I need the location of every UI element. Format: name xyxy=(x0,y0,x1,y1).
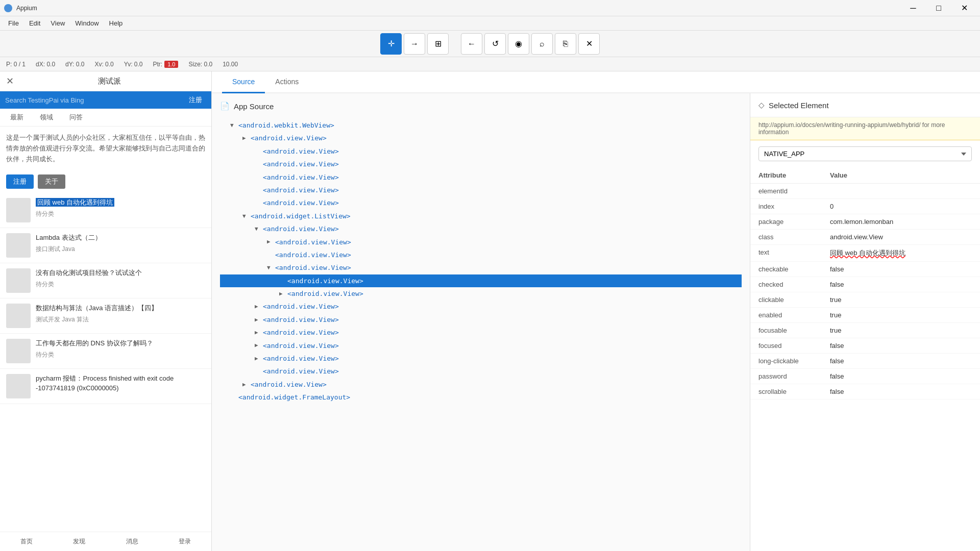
menu-window[interactable]: Window xyxy=(71,17,103,29)
attr-row-checkable: checkable false xyxy=(750,262,980,277)
article-item[interactable]: 回顾 web 自动化遇到得坑 待分类 xyxy=(0,193,211,228)
attr-value: false xyxy=(822,384,980,399)
tree-toggle: ▶ xyxy=(255,328,263,338)
attr-value xyxy=(822,184,980,199)
status-ptr: Ptr: 1.0 xyxy=(153,61,179,68)
tree-tag: <android.view.View> xyxy=(263,184,339,196)
tree-tag: <android.widget.ListView> xyxy=(251,210,351,222)
tree-toggle: ▶ xyxy=(255,354,263,364)
status-position: P: 0 / 1 xyxy=(6,61,26,68)
attr-name: clickable xyxy=(750,292,822,308)
selected-element-panel: ◇ Selected Element http://appium.io/docs… xyxy=(750,93,980,551)
panel-close-button[interactable]: ✕ xyxy=(6,76,14,87)
tree-tag: <android.view.View> xyxy=(275,249,351,261)
nav-tabs: 最新 领域 问答 xyxy=(0,109,211,127)
tree-node-view8[interactable]: ▶ <android.view.View> xyxy=(220,236,742,248)
article-item[interactable]: 工作每天都在用的 DNS 协议你了解吗？ 待分类 xyxy=(0,334,211,369)
register-button-search[interactable]: 注册 xyxy=(185,94,206,106)
tree-toggle: ▶ xyxy=(255,315,263,325)
tree-toggle xyxy=(255,146,263,157)
tree-tag: <android.view.View> xyxy=(263,158,339,170)
menu-edit[interactable]: Edit xyxy=(25,17,44,29)
close-window-button[interactable]: ✕ xyxy=(952,0,976,16)
status-bar: P: 0 / 1 dX: 0.0 dY: 0.0 Xv: 0.0 Yv: 0.0… xyxy=(0,57,980,71)
tree-tag: <android.view.View> xyxy=(263,340,339,352)
tree-node-webview[interactable]: ▼ <android.webkit.WebView> xyxy=(220,119,742,132)
welcome-text: 这是一个属于测试人员的小众社区，大家相互信任，以平等自由，热情奔放的价值观进行分… xyxy=(0,127,211,170)
refresh-button[interactable]: ↺ xyxy=(484,33,506,55)
tree-node-framelayout[interactable]: <android.widget.FrameLayout> xyxy=(220,391,742,404)
tab-source[interactable]: Source xyxy=(222,71,265,93)
attr-name: checked xyxy=(750,277,822,292)
tree-node-view11[interactable]: ▶ <android.view.View> xyxy=(220,287,742,300)
article-item[interactable]: 数据结构与算法（Java 语言描述）【四】 测试开发 Java 算法 xyxy=(0,298,211,334)
attr-value: false xyxy=(822,354,980,369)
article-info: 工作每天都在用的 DNS 协议你了解吗？ 待分类 xyxy=(36,339,205,363)
bottom-nav-discover[interactable]: 发现 xyxy=(53,532,106,551)
attr-header-name: Attribute xyxy=(750,167,822,184)
article-item[interactable]: 没有自动化测试项目经验？试试这个 待分类 xyxy=(0,263,211,298)
about-button[interactable]: 关于 xyxy=(38,174,65,189)
attr-row-package: package com.lemon.lemonban xyxy=(750,214,980,230)
tree-node-view14[interactable]: ▶ <android.view.View> xyxy=(220,326,742,339)
maximize-button[interactable]: □ xyxy=(927,0,950,16)
select-tool-button[interactable]: ✛ xyxy=(380,33,402,55)
attr-row-checked: checked false xyxy=(750,277,980,292)
tree-node-view3[interactable]: <android.view.View> xyxy=(220,158,742,170)
tab-actions[interactable]: Actions xyxy=(265,71,309,93)
tree-tag: <android.view.View> xyxy=(251,379,327,390)
bottom-nav-login[interactable]: 登录 xyxy=(159,532,212,551)
register-main-button[interactable]: 注册 xyxy=(6,174,34,189)
nav-tab-domain[interactable]: 领域 xyxy=(34,111,59,124)
stop-button[interactable]: ✕ xyxy=(578,33,600,55)
tree-node-selected[interactable]: <android.view.View> xyxy=(220,274,742,287)
attr-value: true xyxy=(822,308,980,323)
context-select[interactable]: NATIVE_APP xyxy=(758,146,972,161)
article-item[interactable]: pycharm 报错：Process finished with exit co… xyxy=(0,369,211,404)
tree-node-view4[interactable]: <android.view.View> xyxy=(220,171,742,184)
back-button[interactable]: ← xyxy=(461,33,482,55)
menu-help[interactable]: Help xyxy=(105,17,127,29)
tree-node-listview[interactable]: ▼ <android.widget.ListView> xyxy=(220,210,742,222)
swipe-tool-button[interactable]: → xyxy=(404,33,425,55)
attr-name: focused xyxy=(750,338,822,354)
copy-button[interactable]: ⎘ xyxy=(555,33,576,55)
tree-node-view13[interactable]: ▶ <android.view.View> xyxy=(220,313,742,326)
tree-node-view12[interactable]: ▶ <android.view.View> xyxy=(220,300,742,313)
nav-tab-qa[interactable]: 问答 xyxy=(63,111,89,124)
tree-node-view15[interactable]: ▶ <android.view.View> xyxy=(220,339,742,352)
search-input[interactable] xyxy=(5,96,185,104)
tree-node-view1[interactable]: ▶ <android.view.View> xyxy=(220,132,742,144)
bottom-nav-messages[interactable]: 消息 xyxy=(106,532,159,551)
minimize-button[interactable]: ─ xyxy=(901,0,925,16)
article-title: Lambda 表达式（二） xyxy=(36,233,205,242)
info-banner: http://appium.io/docs/en/writing-running… xyxy=(750,117,980,140)
source-title-text: App Source xyxy=(234,102,274,111)
visibility-button[interactable]: ◉ xyxy=(508,33,529,55)
search-elements-button[interactable]: ⌕ xyxy=(531,33,553,55)
tree-node-view16[interactable]: ▶ <android.view.View> xyxy=(220,352,742,365)
menu-file[interactable]: File xyxy=(4,17,23,29)
tree-node-view5[interactable]: <android.view.View> xyxy=(220,184,742,196)
tree-toggle: ▼ xyxy=(267,263,275,273)
tree-tag: <android.view.View> xyxy=(275,262,351,273)
tree-node-view18[interactable]: ▶ <android.view.View> xyxy=(220,378,742,391)
status-dy: dY: 0.0 xyxy=(65,61,84,68)
app-source-panel: 📄 App Source ▼ <android.webkit.WebView> … xyxy=(212,93,750,551)
article-item[interactable]: Lambda 表达式（二） 接口测试 Java xyxy=(0,228,211,263)
article-title: 没有自动化测试项目经验？试试这个 xyxy=(36,268,205,278)
app-title: Appium xyxy=(16,5,37,12)
tree-node-view10[interactable]: ▼ <android.view.View> xyxy=(220,261,742,274)
tree-node-view2[interactable]: <android.view.View> xyxy=(220,145,742,158)
bottom-nav-home[interactable]: 首页 xyxy=(0,532,53,551)
nav-tab-latest[interactable]: 最新 xyxy=(4,111,30,124)
tree-node-view17[interactable]: <android.view.View> xyxy=(220,365,742,378)
article-info: 数据结构与算法（Java 语言描述）【四】 测试开发 Java 算法 xyxy=(36,304,205,328)
tree-node-view9[interactable]: <android.view.View> xyxy=(220,248,742,261)
tree-node-view7[interactable]: ▼ <android.view.View> xyxy=(220,222,742,235)
menu-view[interactable]: View xyxy=(46,17,69,29)
tree-node-view6[interactable]: <android.view.View> xyxy=(220,196,742,209)
selected-element-icon: ◇ xyxy=(758,101,765,110)
tap-tool-button[interactable]: ⊞ xyxy=(427,33,449,55)
article-thumbnail xyxy=(6,339,31,363)
